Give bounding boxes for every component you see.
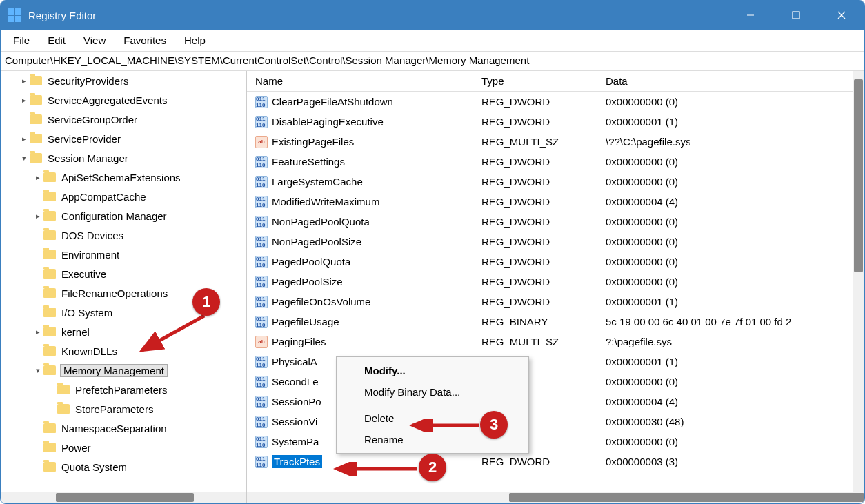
registry-value-row[interactable]: 011 110NonPagedPoolQuotaREG_DWORD0x00000…: [247, 212, 864, 232]
value-data: 0x00000003 (3): [606, 456, 864, 467]
tree-node[interactable]: ▸ServiceProvider: [1, 129, 246, 148]
folder-icon: [43, 230, 56, 240]
list-hscrollbar[interactable]: [247, 492, 864, 503]
registry-value-row[interactable]: 011 110LargeSystemCacheREG_DWORD0x000000…: [247, 172, 864, 192]
value-name: ExistingPageFiles: [272, 136, 354, 148]
tree-node[interactable]: ▾Memory Management: [1, 361, 246, 380]
chevron-down-icon[interactable]: ▾: [32, 366, 43, 375]
value-name: NonPagedPoolQuota: [272, 216, 370, 228]
tree-label: Executive: [60, 268, 108, 280]
tree-node[interactable]: ▸ApiSetSchemaExtensions: [1, 168, 246, 187]
column-name[interactable]: Name: [247, 75, 481, 87]
value-name: PhysicalA: [272, 356, 317, 367]
value-type: REG_DWORD: [481, 256, 606, 268]
registry-value-row[interactable]: 011 110ClearPageFileAtShutdownREG_DWORD0…: [247, 92, 864, 112]
registry-value-row[interactable]: 011 110FeatureSettingsREG_DWORD0x0000000…: [247, 152, 864, 172]
chevron-right-icon[interactable]: ▸: [19, 96, 30, 105]
value-type: REG_DWORD: [481, 156, 606, 168]
tree-node[interactable]: ServiceGroupOrder: [1, 110, 246, 129]
registry-value-row[interactable]: abPagingFilesREG_MULTI_SZ?:\pagefile.sys: [247, 332, 864, 352]
tree-node[interactable]: PrefetchParameters: [1, 380, 246, 399]
chevron-right-icon[interactable]: ▸: [19, 77, 30, 85]
menu-view[interactable]: View: [77, 32, 112, 49]
tree-node[interactable]: ▾Session Manager: [1, 148, 246, 168]
value-data: 0x00000030 (48): [606, 416, 864, 427]
registry-value-row[interactable]: 011 110PagedPoolQuotaREG_DWORD0x00000000…: [247, 252, 864, 272]
tree-node[interactable]: Power: [1, 438, 246, 457]
context-modify-binary[interactable]: Modify Binary Data...: [337, 381, 528, 403]
tree-hscrollbar[interactable]: [1, 492, 246, 503]
svg-line-4: [142, 316, 204, 350]
binary-value-icon: 011 110: [255, 156, 268, 168]
chevron-right-icon[interactable]: ▸: [32, 173, 43, 182]
registry-value-row[interactable]: 011 110DisablePagingExecutiveREG_DWORD0x…: [247, 112, 864, 132]
tree-node[interactable]: ▸SecurityProviders: [1, 71, 246, 90]
chevron-right-icon[interactable]: ▸: [32, 212, 43, 221]
registry-value-row[interactable]: 011 110PagedPoolSizeREG_DWORD0x00000000 …: [247, 272, 864, 292]
tree-node[interactable]: DOS Devices: [1, 225, 246, 245]
registry-value-row[interactable]: 011 110PagefileUsageREG_BINARY5c 19 00 0…: [247, 312, 864, 332]
tree-label: ServiceGroupOrder: [46, 114, 139, 125]
value-data: 0x00000000 (0): [606, 96, 864, 108]
value-name: ModifiedWriteMaximum: [272, 196, 379, 208]
tree-node[interactable]: StoreParameters: [1, 399, 246, 419]
minimize-button[interactable]: [728, 1, 773, 30]
tree-node[interactable]: AppCompatCache: [1, 187, 246, 206]
binary-value-icon: 011 110: [255, 276, 268, 288]
titlebar: Registry Editor: [1, 1, 864, 30]
context-modify[interactable]: Modify...: [337, 360, 528, 381]
tree-node[interactable]: NamespaceSeparation: [1, 419, 246, 438]
tree-label: Configuration Manager: [60, 210, 168, 222]
folder-icon: [30, 114, 42, 124]
chevron-right-icon[interactable]: ▸: [19, 134, 30, 143]
value-data: 0x00000000 (0): [606, 156, 864, 168]
value-data: \??\C:\pagefile.sys: [606, 136, 864, 148]
column-type[interactable]: Type: [481, 75, 606, 87]
chevron-right-icon[interactable]: ▸: [32, 327, 43, 336]
binary-value-icon: 011 110: [255, 296, 268, 308]
value-name: ClearPageFileAtShutdown: [272, 96, 393, 108]
folder-icon: [57, 404, 70, 414]
tree-node[interactable]: Environment: [1, 245, 246, 264]
value-type: REG_DWORD: [481, 96, 606, 108]
tree-node[interactable]: Quota System: [1, 457, 246, 476]
tree-node[interactable]: ▸Configuration Manager: [1, 206, 246, 225]
tree-label: StoreParameters: [74, 403, 155, 415]
registry-value-row[interactable]: abExistingPageFilesREG_MULTI_SZ\??\C:\pa…: [247, 132, 864, 152]
tree-label: NamespaceSeparation: [60, 423, 168, 434]
registry-value-row[interactable]: 011 110PagefileOnOsVolumeREG_DWORD0x0000…: [247, 292, 864, 312]
folder-icon: [30, 95, 42, 105]
value-data: 0x00000001 (1): [606, 356, 864, 367]
binary-value-icon: 011 110: [255, 116, 268, 128]
value-type: REG_DWORD: [481, 276, 606, 288]
tree-node[interactable]: ▸ServiceAggregatedEvents: [1, 90, 246, 110]
registry-value-row[interactable]: 011 110ModifiedWriteMaximumREG_DWORD0x00…: [247, 192, 864, 212]
value-type: REG_DWORD: [481, 456, 606, 467]
menu-edit[interactable]: Edit: [41, 32, 72, 49]
registry-value-row[interactable]: 011 110NonPagedPoolSizeREG_DWORD0x000000…: [247, 232, 864, 252]
value-type: REG_MULTI_SZ: [481, 136, 606, 148]
list-vscrollbar[interactable]: [853, 71, 864, 492]
close-button[interactable]: [819, 1, 864, 30]
svg-rect-1: [793, 12, 799, 19]
folder-icon: [43, 269, 56, 279]
chevron-down-icon[interactable]: ▾: [19, 154, 30, 163]
tree-label: ServiceProvider: [46, 133, 122, 145]
folder-icon: [43, 288, 56, 298]
binary-value-icon: 011 110: [255, 216, 268, 228]
value-type: REG_DWORD: [481, 216, 606, 228]
menu-help[interactable]: Help: [177, 32, 212, 49]
value-name: PagedPoolQuota: [272, 256, 350, 268]
folder-icon: [43, 211, 56, 221]
annotation-arrow-2: [331, 462, 421, 476]
value-data: 5c 19 00 00 6c 40 01 00 7e 7f 01 00 fd 2: [606, 316, 864, 327]
menu-favorites[interactable]: Favorites: [117, 32, 173, 49]
tree-node[interactable]: Executive: [1, 264, 246, 283]
column-data[interactable]: Data: [606, 75, 864, 87]
address-bar[interactable]: Computer\HKEY_LOCAL_MACHINE\SYSTEM\Curre…: [1, 52, 864, 71]
menu-file[interactable]: File: [6, 32, 37, 49]
maximize-button[interactable]: [773, 1, 819, 30]
binary-value-icon: 011 110: [255, 236, 268, 248]
folder-icon: [30, 153, 42, 163]
tree-label: Memory Management: [60, 364, 168, 377]
